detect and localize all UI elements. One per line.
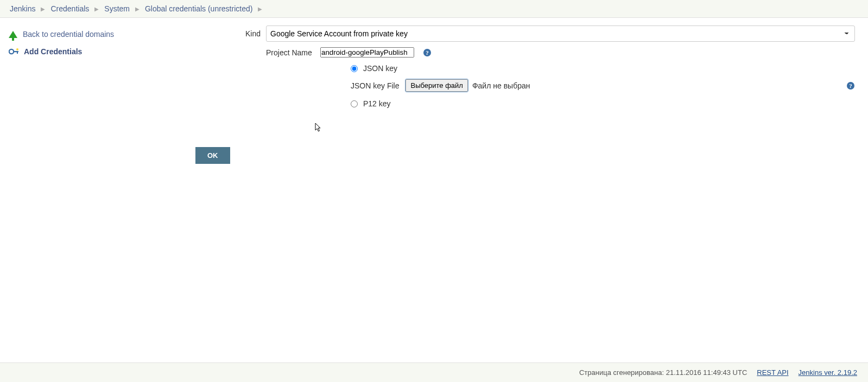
svg-point-0	[9, 49, 14, 54]
kind-label: Kind	[195, 29, 266, 38]
breadcrumb-jenkins[interactable]: Jenkins	[10, 4, 35, 13]
breadcrumb-credentials[interactable]: Credentials	[50, 4, 89, 13]
svg-rect-2	[17, 51, 18, 54]
sidebar: Back to credential domains Add Credentia…	[0, 18, 195, 356]
json-key-radio[interactable]	[351, 65, 358, 72]
project-name-input[interactable]	[320, 47, 414, 58]
json-key-label: JSON key	[363, 64, 397, 73]
breadcrumb-global[interactable]: Global credentials (unrestricted)	[145, 4, 252, 13]
json-file-row: JSON key File Выберите файл Файл не выбр…	[351, 79, 855, 92]
breadcrumb: Jenkins ▶ Credentials ▶ System ▶ Global …	[0, 0, 868, 18]
add-credentials-link[interactable]: Add Credentials	[24, 47, 82, 56]
key-icon	[9, 48, 18, 55]
help-icon[interactable]: ?	[846, 81, 855, 90]
breadcrumb-sep: ▶	[135, 6, 140, 12]
up-arrow-icon	[9, 31, 17, 38]
main-form: Kind Google Service Account from private…	[195, 18, 868, 356]
p12-key-label: P12 key	[363, 99, 391, 108]
p12-key-radio-row: P12 key	[351, 99, 855, 108]
breadcrumb-sep: ▶	[258, 6, 262, 12]
breadcrumb-system[interactable]: System	[104, 4, 130, 13]
json-file-label: JSON key File	[351, 81, 399, 90]
file-status: Файл не выбран	[472, 81, 530, 90]
sidebar-item-add-credentials[interactable]: Add Credentials	[8, 44, 188, 61]
breadcrumb-sep: ▶	[41, 6, 45, 12]
breadcrumb-sep: ▶	[94, 6, 99, 12]
ok-button[interactable]: OK	[195, 147, 230, 164]
choose-file-button[interactable]: Выберите файл	[406, 79, 467, 92]
json-key-radio-row: JSON key	[351, 64, 855, 73]
kind-select[interactable]: Google Service Account from private key	[266, 26, 855, 42]
svg-text:?: ?	[849, 82, 852, 89]
sidebar-item-back[interactable]: Back to credential domains	[8, 27, 188, 44]
project-name-label: Project Name	[266, 48, 317, 57]
svg-point-3	[16, 48, 18, 50]
back-link[interactable]: Back to credential domains	[23, 30, 114, 39]
p12-key-radio[interactable]	[351, 100, 358, 107]
help-icon[interactable]: ?	[423, 48, 432, 57]
svg-text:?: ?	[426, 49, 429, 56]
